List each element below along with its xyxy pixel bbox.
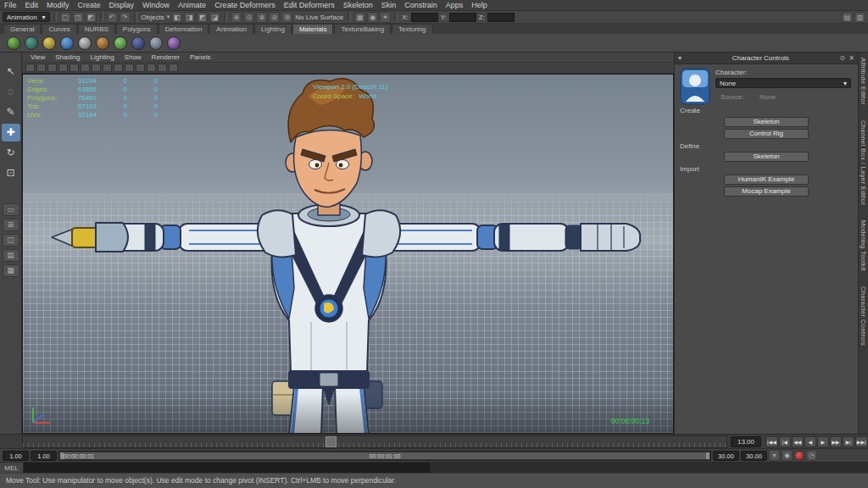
- range-slider-bar[interactable]: 00:00:00:01 00:00:01:00: [58, 451, 711, 461]
- menu-item[interactable]: Edit Deformers: [280, 0, 339, 10]
- status-group-divider[interactable]: [394, 12, 398, 22]
- lasso-tool-icon[interactable]: ◌: [2, 83, 20, 101]
- panel-menu-icon[interactable]: ▾: [678, 53, 682, 64]
- status-group-divider[interactable]: [224, 12, 227, 22]
- define-skeleton-button[interactable]: Skeleton: [724, 152, 809, 162]
- playback-start-field[interactable]: 1.00: [31, 451, 57, 461]
- play-backward-button[interactable]: ◀: [804, 436, 816, 447]
- step-forward-key-button[interactable]: ▶▶: [830, 436, 842, 447]
- undo-icon[interactable]: ↶: [107, 12, 118, 23]
- status-group-divider[interactable]: [134, 12, 137, 22]
- show-ui-elements-icon[interactable]: ▤: [842, 12, 853, 23]
- select-hierarchy-mask-icon[interactable]: ◧: [171, 12, 182, 23]
- new-scene-icon[interactable]: ▢: [60, 12, 71, 23]
- select-object-mask-icon[interactable]: ◨: [184, 12, 195, 23]
- blinn-material-icon[interactable]: [25, 36, 38, 50]
- viewport-toolbar-icon[interactable]: [147, 64, 156, 72]
- snap-to-point-icon[interactable]: ⊗: [256, 12, 267, 23]
- step-back-key-button[interactable]: ◀◀: [792, 436, 804, 447]
- viewport-toolbar-icon[interactable]: [47, 64, 57, 72]
- viewport-toolbar-icon[interactable]: [81, 64, 90, 72]
- menu-item[interactable]: Apps: [442, 0, 468, 10]
- menu-item[interactable]: Skin: [377, 0, 401, 10]
- shelf-tab[interactable]: Animation: [209, 24, 253, 34]
- shelf-tab[interactable]: Materials: [292, 24, 333, 34]
- viewport-toolbar-icon[interactable]: [70, 64, 79, 72]
- animation-preferences-icon[interactable]: ◷: [806, 450, 817, 461]
- menu-item[interactable]: Create: [74, 0, 105, 10]
- redo-icon[interactable]: ↷: [120, 12, 131, 23]
- sidebar-tab[interactable]: Character Controls: [860, 286, 867, 346]
- shelf-tab[interactable]: Deformation: [159, 24, 209, 34]
- viewport-toolbar-icon[interactable]: [58, 64, 68, 72]
- step-forward-frame-button[interactable]: ▶|: [843, 436, 854, 447]
- source-value[interactable]: None: [760, 93, 776, 101]
- layout-four-pane-icon[interactable]: ⊞: [3, 219, 19, 231]
- viewport-toolbar-icon[interactable]: [158, 64, 167, 72]
- layered-shader-icon[interactable]: [131, 36, 145, 50]
- shading-map-material-icon[interactable]: [167, 36, 181, 50]
- viewport-toolbar-icon[interactable]: [114, 64, 123, 72]
- go-to-end-button[interactable]: ▶▶|: [855, 436, 868, 447]
- character-model[interactable]: [23, 75, 674, 434]
- viewport-menu-item[interactable]: View: [26, 53, 49, 62]
- menu-set-selector[interactable]: Animation ▾: [3, 12, 50, 22]
- create-skeleton-button[interactable]: Skeleton: [724, 117, 809, 127]
- input-z-field[interactable]: [487, 13, 515, 22]
- sidebar-tab[interactable]: Channel Box / Layer Editor: [860, 120, 867, 205]
- menu-item[interactable]: File: [0, 0, 21, 10]
- menu-item[interactable]: Modify: [42, 0, 74, 10]
- time-slider-track[interactable]: [22, 435, 727, 448]
- render-settings-icon[interactable]: ✦: [380, 12, 391, 23]
- paint-select-tool-icon[interactable]: ✎: [2, 103, 20, 121]
- step-back-frame-button[interactable]: |◀: [779, 436, 791, 447]
- close-icon[interactable]: ✕: [849, 53, 854, 64]
- shelf-tab[interactable]: Texturing: [392, 24, 432, 34]
- menu-item[interactable]: Animate: [174, 0, 210, 10]
- import-humanik-example-button[interactable]: HumanIK Example: [724, 175, 809, 185]
- viewport-toolbar-icon[interactable]: [169, 64, 178, 72]
- shelf-tab[interactable]: NURBS: [78, 24, 115, 34]
- animation-start-field[interactable]: 1.00: [3, 451, 29, 461]
- anisotropic-material-icon[interactable]: [7, 36, 20, 50]
- set-key-icon[interactable]: ◆: [782, 450, 793, 461]
- viewport-menu-item[interactable]: Panels: [186, 53, 214, 62]
- viewport-menu-item[interactable]: Show: [120, 53, 146, 62]
- character-avatar-icon[interactable]: [680, 68, 710, 105]
- snap-to-grid-icon[interactable]: ⊕: [231, 12, 242, 23]
- shelf-tab[interactable]: Curves: [42, 24, 76, 34]
- shelf-tab[interactable]: General: [3, 24, 41, 34]
- current-frame-marker[interactable]: [326, 436, 337, 447]
- open-scene-icon[interactable]: ◳: [73, 12, 84, 23]
- go-to-start-button[interactable]: |◀◀: [765, 436, 778, 447]
- sidebar-tab[interactable]: Attribute Editor: [860, 58, 867, 105]
- phong-material-icon[interactable]: [78, 36, 92, 50]
- sidebar-tab[interactable]: Modeling Toolkit: [860, 220, 867, 271]
- ipr-render-icon[interactable]: ◉: [367, 12, 378, 23]
- select-tool-icon[interactable]: ↖: [2, 63, 20, 80]
- viewport-toolbar-icon[interactable]: [136, 64, 145, 72]
- rotate-tool-icon[interactable]: ↻: [2, 144, 20, 162]
- viewport-toolbar-icon[interactable]: [103, 64, 112, 72]
- layout-single-pane-icon[interactable]: ▭: [3, 203, 19, 216]
- viewport-toolbar-icon[interactable]: [125, 64, 134, 72]
- input-x-field[interactable]: [411, 13, 438, 22]
- menu-item[interactable]: Create Deformers: [210, 0, 280, 10]
- play-forward-button[interactable]: ▶: [817, 436, 829, 447]
- hide-ui-elements-icon[interactable]: ▥: [854, 12, 865, 23]
- range-end-handle[interactable]: [706, 452, 709, 459]
- make-live-icon[interactable]: ⊚: [281, 12, 292, 23]
- menu-item[interactable]: Edit: [21, 0, 43, 10]
- shelf-tab[interactable]: Polygons: [116, 24, 158, 34]
- viewport-menu-item[interactable]: Lighting: [86, 53, 119, 62]
- input-y-field[interactable]: [449, 13, 476, 22]
- save-scene-icon[interactable]: ◩: [86, 12, 97, 23]
- playback-end-field[interactable]: 30.00: [713, 451, 739, 461]
- animation-end-field[interactable]: 30.00: [741, 451, 767, 461]
- render-icon[interactable]: ▦: [354, 12, 365, 23]
- viewport-menu-item[interactable]: Renderer: [147, 53, 184, 62]
- menu-item[interactable]: Constrain: [400, 0, 442, 10]
- viewport-toolbar-icon[interactable]: [25, 64, 35, 72]
- viewport-canvas[interactable]: Verts: 31294 0 0 Edges: 63895 0 0 Polygo…: [22, 74, 674, 434]
- create-control-rig-button[interactable]: Control Rig: [724, 129, 809, 139]
